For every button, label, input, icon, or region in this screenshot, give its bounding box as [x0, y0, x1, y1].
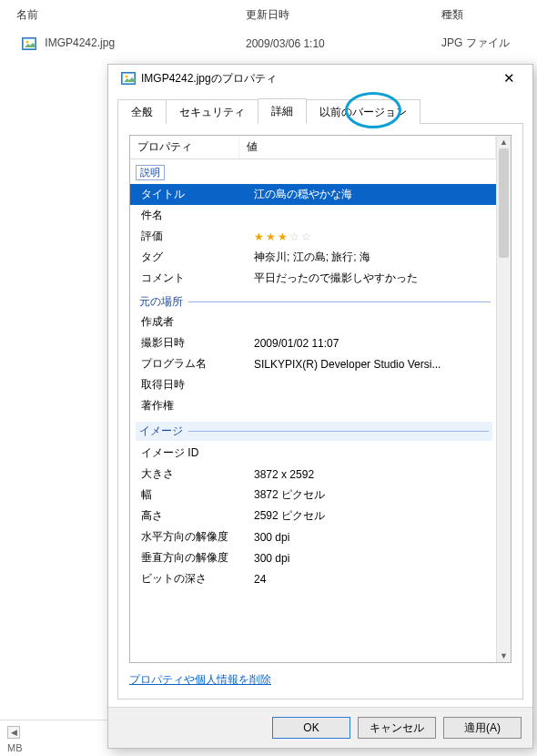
image-file-icon: [22, 36, 36, 51]
close-icon: ✕: [503, 70, 515, 87]
prop-row-comment[interactable]: コメント 平日だったので撮影しやすかった: [130, 268, 496, 289]
dialog-footer: OK キャンセル 適用(A): [108, 707, 532, 748]
file-modified: 2009/03/06 1:10: [237, 34, 432, 54]
scroll-left-button[interactable]: ◀: [7, 726, 20, 739]
apply-button[interactable]: 適用(A): [443, 717, 522, 739]
prop-value: 2009/01/02 11:07: [247, 332, 496, 353]
column-header-date[interactable]: 更新日時: [237, 4, 432, 26]
prop-row-width[interactable]: 幅 3872 ピクセル: [130, 485, 496, 506]
remove-properties-link[interactable]: プロパティや個人情報を削除: [129, 672, 512, 688]
prop-value: 2592 ピクセル: [247, 506, 496, 526]
prop-row-dimensions[interactable]: 大きさ 3872 x 2592: [130, 464, 496, 485]
properties-dialog: IMGP4242.jpgのプロパティ ✕ 全般 セキュリティ 詳細 以前のバージ…: [107, 64, 533, 749]
section-description: 説明: [136, 165, 165, 180]
ok-button[interactable]: OK: [272, 717, 350, 739]
rating-stars[interactable]: ★★★☆☆: [247, 226, 496, 247]
file-row[interactable]: IMGP4242.jpg 2009/03/06 1:10 JPG ファイル: [0, 30, 537, 56]
details-panel: プロパティ 値 説明 タイトル 江の島の穏やかな海 件名: [117, 123, 523, 700]
column-header-value[interactable]: 値: [239, 136, 496, 158]
prop-value: 300 dpi: [247, 547, 496, 568]
prop-label: プログラム名: [130, 353, 247, 374]
prop-row-author[interactable]: 作成者: [130, 312, 496, 332]
prop-row-subject[interactable]: 件名: [130, 205, 496, 226]
file-type: JPG ファイル: [432, 32, 537, 55]
prop-row-bitdepth[interactable]: ビットの深さ 24: [130, 568, 496, 589]
status-bar: ◀ MB: [0, 720, 109, 756]
prop-label: 幅: [130, 485, 247, 506]
prop-label: イメージ ID: [130, 443, 247, 464]
scroll-down-icon[interactable]: ▼: [497, 649, 511, 662]
column-header-name[interactable]: 名前: [0, 4, 237, 26]
prop-row-acquired[interactable]: 取得日時: [130, 374, 496, 395]
tab-previous-versions[interactable]: 以前のバージョン: [306, 99, 420, 124]
tab-details[interactable]: 詳細: [258, 98, 307, 124]
prop-label: 高さ: [130, 506, 247, 526]
dialog-title: IMGP4242.jpgのプロパティ: [141, 71, 489, 87]
prop-row-rating[interactable]: 評価 ★★★☆☆: [130, 226, 496, 247]
prop-label: 垂直方向の解像度: [130, 547, 247, 568]
prop-row-height[interactable]: 高さ 2592 ピクセル: [130, 506, 496, 526]
prop-row-title[interactable]: タイトル 江の島の穏やかな海: [130, 184, 496, 205]
prop-label: 撮影日時: [130, 332, 247, 353]
cancel-button[interactable]: キャンセル: [358, 717, 436, 739]
prop-value: 江の島の穏やかな海: [247, 184, 496, 205]
prop-value: [247, 443, 496, 464]
explorer-columns-header: 名前 更新日時 種類: [0, 0, 537, 30]
prop-row-vres[interactable]: 垂直方向の解像度 300 dpi: [130, 547, 496, 568]
prop-value: 24: [247, 568, 496, 589]
column-header-type[interactable]: 種類: [432, 4, 537, 26]
tab-security[interactable]: セキュリティ: [166, 99, 258, 124]
prop-value: 3872 x 2592: [247, 464, 496, 485]
prop-label: 大きさ: [130, 464, 247, 485]
prop-label: 著作権: [130, 395, 247, 416]
prop-value: 300 dpi: [247, 526, 496, 547]
prop-value: 平日だったので撮影しやすかった: [247, 268, 496, 289]
prop-label: ビットの深さ: [130, 568, 247, 589]
prop-label: タイトル: [130, 184, 247, 205]
prop-label: 水平方向の解像度: [130, 526, 247, 547]
prop-label: コメント: [130, 268, 247, 289]
prop-value: [247, 205, 496, 226]
tab-general[interactable]: 全般: [117, 99, 167, 124]
close-button[interactable]: ✕: [489, 66, 529, 91]
svg-point-5: [126, 76, 128, 78]
svg-point-2: [26, 40, 29, 43]
file-explorer: 名前 更新日時 種類 IMGP4242.jpg 2009/03/06 1:10 …: [0, 0, 537, 56]
prop-row-hres[interactable]: 水平方向の解像度 300 dpi: [130, 526, 496, 547]
prop-value: [247, 374, 496, 395]
prop-row-date-taken[interactable]: 撮影日時 2009/01/02 11:07: [130, 332, 496, 353]
prop-value: [247, 312, 496, 332]
status-size-suffix: MB: [7, 742, 102, 753]
prop-label: 評価: [130, 226, 247, 247]
prop-label: 取得日時: [130, 374, 247, 395]
property-list[interactable]: プロパティ 値 説明 タイトル 江の島の穏やかな海 件名: [130, 136, 496, 662]
prop-label: 件名: [130, 205, 247, 226]
prop-value: 3872 ピクセル: [247, 485, 496, 506]
prop-row-program[interactable]: プログラム名 SILKYPIX(R) Developer Studio Vers…: [130, 353, 496, 374]
prop-row-image-id[interactable]: イメージ ID: [130, 443, 496, 464]
vertical-scrollbar[interactable]: ▲ ▼: [496, 136, 511, 662]
dialog-title-icon: [121, 71, 136, 86]
prop-label: タグ: [130, 247, 247, 268]
tab-strip: 全般 セキュリティ 詳細 以前のバージョン: [117, 97, 523, 123]
section-image: イメージ: [136, 422, 492, 441]
column-header-property[interactable]: プロパティ: [130, 136, 239, 158]
scroll-thumb[interactable]: [499, 148, 509, 258]
prop-label: 作成者: [130, 312, 247, 332]
prop-value: SILKYPIX(R) Developer Studio Versi...: [247, 353, 496, 374]
scroll-up-icon[interactable]: ▲: [497, 136, 511, 148]
prop-row-tags[interactable]: タグ 神奈川; 江の島; 旅行; 海: [130, 247, 496, 268]
prop-value: [247, 395, 496, 416]
dialog-titlebar[interactable]: IMGP4242.jpgのプロパティ ✕: [108, 65, 532, 92]
file-name: IMGP4242.jpg: [45, 36, 115, 49]
prop-value: 神奈川; 江の島; 旅行; 海: [247, 247, 496, 268]
prop-row-copyright[interactable]: 著作権: [130, 395, 496, 416]
section-origin: 元の場所: [139, 294, 491, 310]
